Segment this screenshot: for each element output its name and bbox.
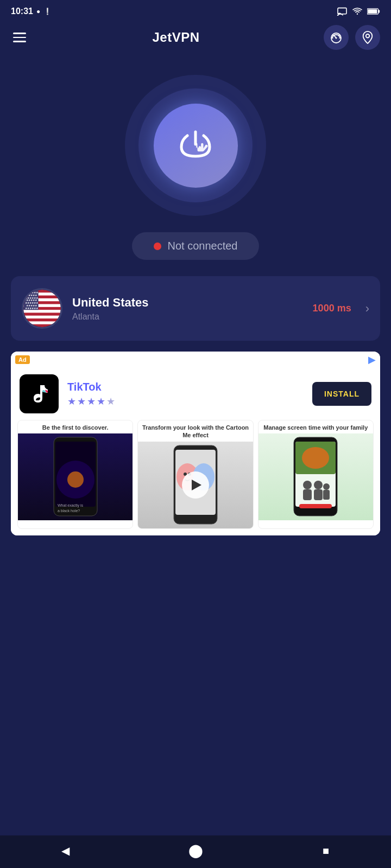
tiktok-rating: ★ ★ ★ ★ ★ (67, 395, 304, 407)
svg-rect-3 (379, 10, 380, 12)
svg-point-32 (67, 471, 84, 488)
recents-button[interactable]: ■ (315, 840, 337, 861)
status-text: Not connected (168, 240, 238, 252)
svg-text:What exactly is: What exactly is (58, 503, 84, 508)
header: JetVPN (0, 21, 391, 59)
back-button[interactable]: ◀ (54, 840, 76, 861)
location-button[interactable] (355, 25, 380, 50)
sim-icon: ● (36, 8, 40, 15)
svg-rect-18 (23, 310, 61, 312)
back-icon: ◀ (61, 844, 70, 857)
star-2: ★ (77, 395, 86, 407)
tiktok-logo-icon (26, 381, 52, 407)
svg-point-45 (303, 481, 312, 489)
alert-icon: ❕ (43, 8, 52, 15)
location-icon (362, 31, 374, 44)
thumb-2-title: Transform your look with the Cartoon Me … (138, 420, 253, 442)
svg-rect-15 (23, 292, 61, 295)
ad-header: Ad ▶ (11, 352, 380, 368)
country-flag: ★★★★★★ ★★★★★ ★★★★★★ ★★★★★ ★★★★★★ ★★★★★ ★… (22, 288, 62, 329)
thumb-3-title: Manage screen time with your family (258, 420, 373, 433)
status-right (337, 7, 380, 16)
star-5-half: ★ (106, 395, 115, 407)
wifi-icon (352, 7, 363, 16)
server-info: United States Atlanta (72, 296, 303, 322)
chevron-right-icon: › (365, 302, 369, 316)
svg-rect-51 (299, 504, 332, 508)
power-icon (174, 124, 217, 167)
svg-line-11 (338, 36, 339, 36)
us-flag-icon: ★★★★★★ ★★★★★ ★★★★★★ ★★★★★ ★★★★★★ ★★★★★ ★… (23, 290, 61, 327)
svg-point-7 (335, 37, 337, 39)
ad-thumbnails: Be the first to discover. What exactly i… (11, 420, 380, 535)
svg-point-44 (302, 447, 329, 469)
thumb-3-image (258, 433, 373, 520)
power-ring-outer (125, 75, 266, 216)
thumb-1-title: Be the first to discover. (18, 420, 133, 433)
star-3: ★ (87, 395, 96, 407)
svg-rect-4 (368, 9, 377, 14)
cast-icon (337, 7, 348, 16)
server-city: Atlanta (72, 312, 303, 322)
status-badge: Not connected (132, 232, 260, 260)
ad-thumbnail-3: Manage screen time with your family (258, 420, 374, 529)
recents-icon: ■ (323, 845, 329, 857)
connection-status-section: Not connected (0, 227, 391, 276)
ad-info-icon: ▶ (368, 354, 376, 366)
svg-rect-48 (314, 489, 323, 500)
tiktok-logo (20, 374, 59, 413)
home-button[interactable]: ⬤ (185, 840, 206, 861)
power-button[interactable] (154, 104, 238, 188)
tiktok-app-name: TikTok (67, 381, 304, 393)
app-title: JetVPN (152, 30, 199, 45)
thumb-1-image: What exactly is a black hole? (18, 433, 133, 520)
svg-text:★★★★★★: ★★★★★★ (25, 307, 39, 310)
svg-point-49 (323, 483, 330, 490)
speed-icon (330, 31, 343, 44)
ad-content: TikTok ★ ★ ★ ★ ★ INSTALL (11, 368, 380, 420)
ad-thumbnail-2: Transform your look with the Cartoon Me … (137, 420, 253, 529)
header-icon-group (324, 25, 380, 50)
status-left: 10:31 ● ❕ (11, 7, 52, 16)
svg-text:a black hole?: a black hole? (58, 509, 80, 513)
svg-rect-20 (23, 321, 61, 324)
bottom-spacer (0, 535, 391, 579)
server-ping: 1000 ms (313, 303, 351, 314)
ad-thumbnail-1: Be the first to discover. What exactly i… (17, 420, 133, 529)
speed-test-button[interactable] (324, 25, 349, 50)
home-icon: ⬤ (188, 843, 203, 858)
star-4: ★ (97, 395, 105, 407)
menu-button[interactable] (11, 30, 28, 44)
advertisement-section: Ad ▶ TikTok ★ ★ ★ ★ ★ INSTALL Be (11, 352, 380, 535)
status-bar: 10:31 ● ❕ (0, 0, 391, 21)
svg-rect-50 (323, 490, 330, 500)
power-section (0, 59, 391, 227)
thumb-2-image (138, 442, 253, 528)
svg-rect-46 (303, 489, 312, 500)
svg-rect-19 (23, 316, 61, 318)
play-button-overlay[interactable] (182, 471, 209, 499)
status-indicator-dot (154, 242, 161, 250)
ad-label: Ad (15, 355, 30, 364)
play-triangle-icon (192, 480, 201, 490)
svg-line-10 (333, 36, 333, 36)
time-display: 10:31 (11, 7, 33, 16)
svg-point-12 (366, 34, 369, 37)
bottom-navigation: ◀ ⬤ ■ (0, 835, 391, 868)
battery-icon (367, 8, 380, 15)
tiktok-app-info: TikTok ★ ★ ★ ★ ★ (67, 381, 304, 407)
star-1: ★ (67, 395, 76, 407)
power-ring-mid (138, 88, 253, 202)
server-selection-card[interactable]: ★★★★★★ ★★★★★ ★★★★★★ ★★★★★ ★★★★★★ ★★★★★ ★… (11, 276, 380, 341)
server-country: United States (72, 296, 303, 310)
install-button[interactable]: INSTALL (312, 382, 371, 406)
svg-point-47 (314, 481, 323, 489)
